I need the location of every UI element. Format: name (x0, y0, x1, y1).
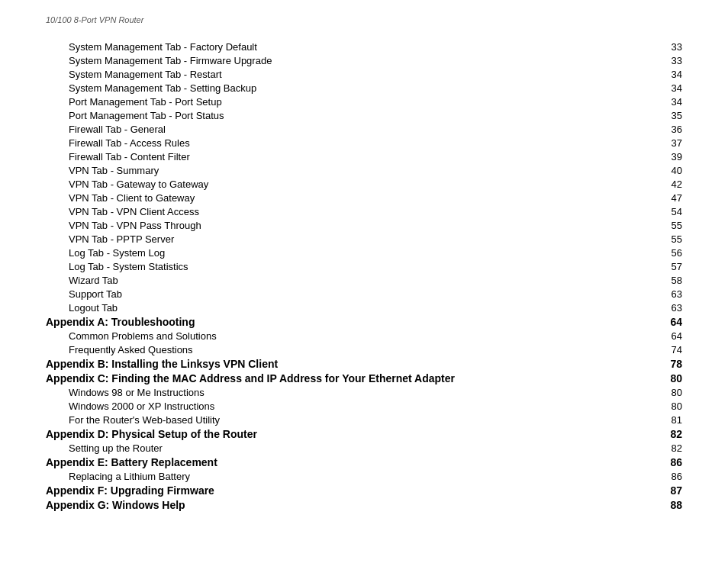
toc-row: Log Tab - System Statistics57 (46, 259, 682, 273)
toc-row: System Management Tab - Factory Default3… (46, 40, 682, 53)
toc-entry-label: Common Problems and Solutions (46, 329, 664, 343)
toc-page-number: 47 (664, 191, 682, 204)
toc-row: Firewall Tab - Access Rules37 (46, 136, 682, 150)
toc-page-number: 55 (664, 218, 682, 232)
toc-page-number: 34 (664, 81, 682, 95)
toc-row: VPN Tab - Gateway to Gateway42 (46, 177, 682, 191)
toc-page-number: 56 (664, 246, 682, 259)
toc-page-number: 80 (664, 371, 682, 385)
toc-entry-label: For the Router's Web-based Utility (46, 413, 664, 426)
toc-page-number: 64 (664, 329, 682, 343)
toc-entry-label: Appendix F: Upgrading Firmware (46, 483, 664, 497)
toc-page-number: 42 (664, 177, 682, 191)
toc-entry-label: Windows 98 or Me Instructions (46, 385, 664, 399)
toc-entry-label: Log Tab - System Log (46, 246, 664, 259)
toc-page-number: 86 (664, 455, 682, 469)
toc-page-number: 35 (664, 108, 682, 122)
toc-entry-label: VPN Tab - Summary (46, 163, 664, 177)
toc-entry-label: Port Management Tab - Port Setup (46, 95, 664, 108)
toc-page-number: 78 (664, 356, 682, 371)
toc-row: Windows 98 or Me Instructions80 (46, 385, 682, 399)
toc-page-number: 82 (664, 441, 682, 455)
toc-page-number: 63 (664, 301, 682, 314)
toc-entry-label: VPN Tab - VPN Client Access (46, 204, 664, 218)
toc-row: Frequently Asked Questions74 (46, 343, 682, 356)
toc-row: Appendix F: Upgrading Firmware87 (46, 483, 682, 497)
toc-row: Appendix D: Physical Setup of the Router… (46, 426, 682, 441)
toc-entry-label: Firewall Tab - Access Rules (46, 136, 664, 150)
toc-table: System Management Tab - Factory Default3… (46, 40, 682, 512)
toc-entry-label: Appendix E: Battery Replacement (46, 455, 664, 469)
toc-page-number: 86 (664, 469, 682, 483)
toc-page-number: 36 (664, 122, 682, 136)
toc-page-number: 40 (664, 163, 682, 177)
toc-row: Appendix B: Installing the Linksys VPN C… (46, 356, 682, 371)
toc-page-number: 58 (664, 273, 682, 287)
toc-entry-label: VPN Tab - Client to Gateway (46, 191, 664, 204)
toc-row: VPN Tab - VPN Client Access54 (46, 204, 682, 218)
toc-entry-label: Appendix D: Physical Setup of the Router (46, 426, 664, 441)
toc-row: Appendix G: Windows Help88 (46, 497, 682, 512)
toc-entry-label: Frequently Asked Questions (46, 343, 664, 356)
toc-row: Port Management Tab - Port Setup34 (46, 95, 682, 108)
toc-page-number: 54 (664, 204, 682, 218)
toc-page-number: 64 (664, 314, 682, 329)
toc-entry-label: Appendix C: Finding the MAC Address and … (46, 371, 664, 385)
toc-row: Log Tab - System Log56 (46, 246, 682, 259)
toc-entry-label: VPN Tab - PPTP Server (46, 232, 664, 246)
toc-row: VPN Tab - Client to Gateway47 (46, 191, 682, 204)
toc-row: System Management Tab - Firmware Upgrade… (46, 53, 682, 67)
toc-page-number: 34 (664, 95, 682, 108)
toc-row: Firewall Tab - Content Filter39 (46, 150, 682, 163)
toc-row: Appendix E: Battery Replacement86 (46, 455, 682, 469)
toc-page-number: 80 (664, 385, 682, 399)
toc-entry-label: Windows 2000 or XP Instructions (46, 399, 664, 413)
toc-row: For the Router's Web-based Utility81 (46, 413, 682, 426)
toc-row: Windows 2000 or XP Instructions80 (46, 399, 682, 413)
toc-entry-label: Log Tab - System Statistics (46, 259, 664, 273)
toc-page-number: 55 (664, 232, 682, 246)
toc-page-number: 39 (664, 150, 682, 163)
toc-row: Wizard Tab58 (46, 273, 682, 287)
toc-entry-label: Setting up the Router (46, 441, 664, 455)
toc-entry-label: System Management Tab - Firmware Upgrade (46, 53, 664, 67)
toc-row: Logout Tab63 (46, 301, 682, 314)
toc-entry-label: Firewall Tab - General (46, 122, 664, 136)
toc-entry-label: System Management Tab - Setting Backup (46, 81, 664, 95)
toc-page-number: 81 (664, 413, 682, 426)
toc-page-number: 33 (664, 53, 682, 67)
toc-row: VPN Tab - PPTP Server55 (46, 232, 682, 246)
toc-entry-label: System Management Tab - Factory Default (46, 40, 664, 53)
toc-row: System Management Tab - Setting Backup34 (46, 81, 682, 95)
toc-page-number: 80 (664, 399, 682, 413)
toc-row: Replacing a Lithium Battery86 (46, 469, 682, 483)
toc-entry-label: Logout Tab (46, 301, 664, 314)
toc-page-number: 74 (664, 343, 682, 356)
toc-row: VPN Tab - Summary40 (46, 163, 682, 177)
toc-entry-label: VPN Tab - VPN Pass Through (46, 218, 664, 232)
toc-entry-label: Firewall Tab - Content Filter (46, 150, 664, 163)
toc-page-number: 87 (664, 483, 682, 497)
toc-page-number: 33 (664, 40, 682, 53)
toc-entry-label: Wizard Tab (46, 273, 664, 287)
toc-row: Appendix A: Troubleshooting64 (46, 314, 682, 329)
toc-entry-label: Appendix A: Troubleshooting (46, 314, 664, 329)
toc-row: Support Tab63 (46, 287, 682, 301)
toc-row: VPN Tab - VPN Pass Through55 (46, 218, 682, 232)
page-header: 10/100 8-Port VPN Router (46, 15, 682, 24)
toc-page-number: 37 (664, 136, 682, 150)
toc-page-number: 57 (664, 259, 682, 273)
toc-row: System Management Tab - Restart34 (46, 67, 682, 81)
toc-entry-label: System Management Tab - Restart (46, 67, 664, 81)
toc-page-number: 63 (664, 287, 682, 301)
toc-entry-label: VPN Tab - Gateway to Gateway (46, 177, 664, 191)
toc-row: Firewall Tab - General36 (46, 122, 682, 136)
toc-row: Port Management Tab - Port Status35 (46, 108, 682, 122)
toc-entry-label: Replacing a Lithium Battery (46, 469, 664, 483)
toc-entry-label: Support Tab (46, 287, 664, 301)
toc-row: Appendix C: Finding the MAC Address and … (46, 371, 682, 385)
toc-row: Setting up the Router82 (46, 441, 682, 455)
toc-page-number: 88 (664, 497, 682, 512)
toc-entry-label: Appendix G: Windows Help (46, 497, 664, 512)
toc-entry-label: Port Management Tab - Port Status (46, 108, 664, 122)
